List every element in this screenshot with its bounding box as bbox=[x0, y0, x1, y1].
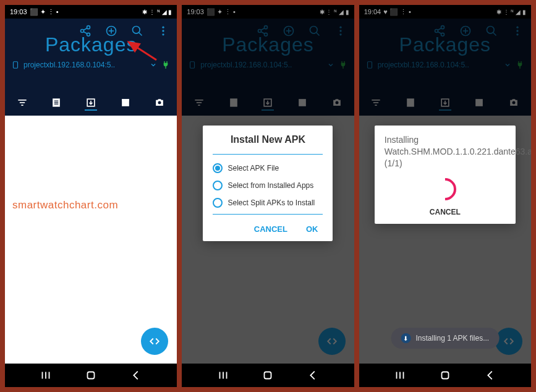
svg-rect-83 bbox=[441, 372, 448, 379]
svg-rect-22 bbox=[54, 103, 59, 104]
radio-select-split[interactable]: Select Split APKs to Install bbox=[213, 194, 323, 211]
svg-point-1 bbox=[81, 30, 84, 33]
radio-icon bbox=[213, 163, 223, 173]
content-area: smartwatchchart.com bbox=[5, 116, 177, 364]
app-header: Packages projectxbl.192.168.0.104:5.. bbox=[5, 19, 177, 88]
app-title: Packages bbox=[5, 33, 177, 56]
svg-point-27 bbox=[158, 101, 161, 104]
svg-point-11 bbox=[163, 30, 164, 32]
nav-home-icon[interactable] bbox=[438, 369, 452, 382]
progress-text: Installing Watch.SHM.MOD.1.1.0.221.dante… bbox=[385, 134, 506, 169]
tab-download-icon[interactable] bbox=[85, 98, 97, 111]
nav-home-icon[interactable] bbox=[84, 369, 98, 382]
status-bar: 19:03 ⬛ ✦ ⋮ • ✱ ⋮ ᴺ ◢ ▮ bbox=[5, 5, 177, 19]
status-right-icons: ✱ ⋮ ᴺ ◢ ▮ bbox=[142, 9, 172, 15]
screen-3: 19:04 ♥ ⬛ ⋮ • ✱ ⋮ ᴺ ◢ ▮ Packages project… bbox=[359, 5, 531, 387]
radio-select-apk-file[interactable]: Select APK File bbox=[213, 160, 323, 177]
status-time: 19:03 bbox=[10, 8, 27, 15]
dialog-divider bbox=[213, 154, 323, 155]
svg-line-9 bbox=[139, 33, 142, 36]
svg-point-10 bbox=[163, 27, 164, 28]
cancel-button[interactable]: CANCEL bbox=[385, 208, 506, 216]
nav-recents-icon[interactable] bbox=[393, 369, 407, 382]
radio-label: Select from Installed Apps bbox=[228, 181, 313, 190]
connection-text[interactable]: projectxbl.192.168.0.104:5.. bbox=[23, 61, 146, 69]
cancel-button[interactable]: CANCEL bbox=[254, 224, 287, 234]
tab-window-icon[interactable] bbox=[119, 96, 132, 109]
svg-rect-13 bbox=[14, 62, 18, 69]
svg-point-12 bbox=[163, 33, 164, 35]
menu-dots-icon[interactable] bbox=[157, 25, 169, 37]
nav-recents-icon[interactable] bbox=[216, 369, 230, 382]
watermark: smartwatchchart.com bbox=[12, 199, 118, 211]
fab-code-button[interactable] bbox=[141, 328, 168, 355]
screen-1: 19:03 ⬛ ✦ ⋮ • ✱ ⋮ ᴺ ◢ ▮ Packages project… bbox=[5, 5, 177, 387]
ok-button[interactable]: OK bbox=[306, 224, 318, 234]
svg-line-3 bbox=[83, 28, 87, 30]
nav-bar bbox=[5, 364, 177, 387]
svg-rect-21 bbox=[54, 102, 59, 103]
tab-filter-icon[interactable] bbox=[16, 96, 28, 109]
nav-back-icon[interactable] bbox=[483, 369, 497, 382]
tab-camera-icon[interactable] bbox=[153, 96, 166, 109]
toast-package-icon: ⬇ bbox=[401, 333, 411, 343]
radio-label: Select APK File bbox=[228, 164, 279, 173]
svg-rect-20 bbox=[54, 100, 59, 101]
dialog-divider bbox=[213, 214, 323, 215]
toast-text: Installing 1 APK files... bbox=[415, 334, 489, 343]
radio-select-installed[interactable]: Select from Installed Apps bbox=[213, 177, 323, 194]
dialog-overlay[interactable]: Install New APK Select APK File Select f… bbox=[182, 5, 354, 387]
svg-point-0 bbox=[87, 26, 90, 29]
nav-bar bbox=[182, 364, 354, 387]
radio-label: Select Split APKs to Install bbox=[228, 198, 315, 207]
spinner-icon bbox=[429, 173, 461, 205]
toast: ⬇ Installing 1 APK files... bbox=[391, 328, 499, 349]
status-notif-icons: ⬛ ✦ ⋮ • bbox=[30, 8, 59, 16]
nav-home-icon[interactable] bbox=[261, 369, 274, 382]
tab-page-icon[interactable] bbox=[50, 96, 62, 109]
nav-bar bbox=[359, 364, 531, 387]
radio-icon bbox=[213, 181, 223, 190]
dialog-title: Install New APK bbox=[213, 134, 323, 151]
svg-point-8 bbox=[133, 27, 140, 34]
svg-rect-26 bbox=[122, 99, 129, 101]
svg-rect-57 bbox=[265, 372, 271, 379]
nav-back-icon[interactable] bbox=[129, 369, 143, 382]
nav-recents-icon[interactable] bbox=[39, 369, 53, 382]
install-apk-dialog: Install New APK Select APK File Select f… bbox=[203, 126, 333, 241]
tab-bar bbox=[5, 88, 177, 116]
device-icon bbox=[11, 61, 20, 69]
screen-2: 19:03 ⬛ ✦ ⋮ • ✱ ⋮ ᴺ ◢ ▮ Packages project… bbox=[182, 5, 354, 387]
progress-dialog: Installing Watch.SHM.MOD.1.1.0.221.dante… bbox=[375, 126, 516, 224]
radio-icon bbox=[213, 198, 223, 208]
svg-rect-31 bbox=[88, 372, 95, 379]
chevron-down-icon[interactable] bbox=[150, 61, 157, 69]
nav-back-icon[interactable] bbox=[306, 369, 320, 382]
plug-icon[interactable] bbox=[161, 60, 171, 70]
